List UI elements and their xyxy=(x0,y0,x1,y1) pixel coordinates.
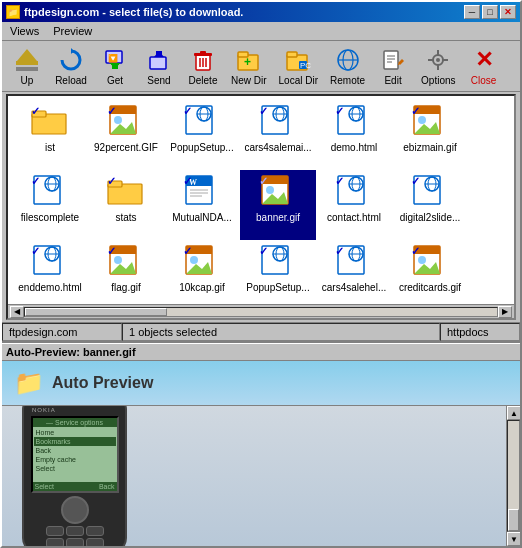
nokia-menu-back: Back xyxy=(34,446,116,455)
nokia-phone: NOKIA — Service options Home Bookmarks B… xyxy=(22,406,127,546)
scroll-thumb[interactable] xyxy=(25,308,167,316)
preview-title-bar: Auto-Preview: banner.gif xyxy=(2,343,520,361)
close-button[interactable]: ✕ xyxy=(500,5,516,19)
preview-folder-icon: 📁 xyxy=(14,369,44,397)
toolbar-localdir-label: Local Dir xyxy=(279,75,318,86)
nokia-key-1[interactable] xyxy=(46,526,64,536)
scroll-left-arrow[interactable]: ◀ xyxy=(10,306,24,318)
file-item[interactable]: ✓ cars4salemai... xyxy=(240,100,316,170)
file-name: flag.gif xyxy=(111,282,140,294)
file-item[interactable]: ✓ banner.gif xyxy=(240,170,316,240)
svg-marker-3 xyxy=(71,48,74,54)
file-icon-container: ✓ xyxy=(106,104,146,140)
file-item[interactable]: ✓ contact.html xyxy=(316,170,392,240)
delete-icon xyxy=(189,46,217,74)
nokia-nav-row xyxy=(31,496,119,524)
nokia-nav-key[interactable] xyxy=(61,496,89,524)
file-name: cars4salehel... xyxy=(322,282,386,294)
file-item[interactable]: ✓ stats xyxy=(88,170,164,240)
nokia-screen-footer: Select Back xyxy=(33,482,117,491)
toolbar-close-label: Close xyxy=(471,75,497,86)
toolbar-remote[interactable]: Remote xyxy=(325,43,370,89)
file-item[interactable]: ✓ 92percent.GIF xyxy=(88,100,164,170)
nokia-footer-left: Select xyxy=(35,483,54,490)
nokia-key-2[interactable] xyxy=(66,526,84,536)
file-name: stats xyxy=(115,212,136,224)
svg-text:+: + xyxy=(244,55,251,69)
vscroll-up-arrow[interactable]: ▲ xyxy=(507,406,520,420)
scroll-right-arrow[interactable]: ▶ xyxy=(498,306,512,318)
toolbar-edit[interactable]: Edit xyxy=(372,43,414,89)
preview-label: Auto Preview xyxy=(52,374,153,392)
svg-rect-28 xyxy=(384,51,398,69)
svg-point-125 xyxy=(418,256,426,264)
svg-text:✓: ✓ xyxy=(31,175,40,187)
status-site: ftpdesign.com xyxy=(2,323,122,341)
vscroll-track[interactable] xyxy=(507,420,520,532)
file-item[interactable]: ✓ cars4salehel... xyxy=(316,240,392,304)
file-item[interactable]: ✓ creditcards.gif xyxy=(392,240,468,304)
nokia-key-5[interactable] xyxy=(66,538,84,547)
svg-text:✓: ✓ xyxy=(335,105,344,117)
nokia-key-3[interactable] xyxy=(86,526,104,536)
file-name: cars4salemai... xyxy=(244,142,311,154)
file-item[interactable]: ✓ ist xyxy=(12,100,88,170)
title-bar: 📁 ftpdesign.com - select file(s) to down… xyxy=(2,2,520,22)
svg-rect-14 xyxy=(200,51,206,54)
svg-text:✓: ✓ xyxy=(183,105,192,117)
file-item[interactable]: ✓ PopupSetup... xyxy=(164,100,240,170)
file-item[interactable]: ✓ 10kcap.gif xyxy=(164,240,240,304)
nokia-key-4[interactable] xyxy=(46,538,64,547)
scroll-track[interactable] xyxy=(24,307,498,317)
maximize-button[interactable]: □ xyxy=(482,5,498,19)
nokia-footer-right: Back xyxy=(99,483,115,490)
file-item[interactable]: ✓ PopupSetup... xyxy=(240,240,316,304)
file-item[interactable]: ✓ ebizmain.gif xyxy=(392,100,468,170)
toolbar-delete[interactable]: Delete xyxy=(182,43,224,89)
file-name: digital2slide... xyxy=(400,212,461,224)
up-icon xyxy=(13,46,41,74)
svg-text:✓: ✓ xyxy=(183,175,192,187)
nokia-menu-empty-cache: Empty cache xyxy=(34,455,116,464)
file-item[interactable]: ✓ digital2slide... xyxy=(392,170,468,240)
nokia-menu-bookmarks: Bookmarks xyxy=(34,437,116,446)
toolbar-close[interactable]: ✕ Close xyxy=(463,43,505,89)
svg-rect-9 xyxy=(150,57,166,69)
file-item[interactable]: ✓ enddemo.html xyxy=(12,240,88,304)
svg-point-85 xyxy=(266,186,274,194)
toolbar-get[interactable]: 🔽 Get xyxy=(94,43,136,89)
toolbar-options[interactable]: Options xyxy=(416,43,460,89)
file-item[interactable]: ✓ flag.gif xyxy=(88,240,164,304)
menu-preview[interactable]: Preview xyxy=(47,23,98,39)
svg-text:✓: ✓ xyxy=(411,245,420,257)
menu-views[interactable]: Views xyxy=(4,23,45,39)
toolbar-send[interactable]: Send xyxy=(138,43,180,89)
minimize-button[interactable]: ─ xyxy=(464,5,480,19)
title-controls: ─ □ ✕ xyxy=(464,5,516,19)
toolbar-newdir-label: New Dir xyxy=(231,75,267,86)
file-item[interactable]: W ✓ MutualNDA... xyxy=(164,170,240,240)
file-item[interactable]: ✓ demo.html xyxy=(316,100,392,170)
toolbar-up[interactable]: Up xyxy=(6,43,48,89)
toolbar-localdir[interactable]: PC Local Dir xyxy=(274,43,323,89)
vscroll-down-arrow[interactable]: ▼ xyxy=(507,532,520,546)
close-icon: ✕ xyxy=(470,46,498,74)
nokia-key-6[interactable] xyxy=(86,538,104,547)
get-icon: 🔽 xyxy=(101,46,129,74)
file-icon-container: ✓ xyxy=(410,174,450,210)
svg-text:✓: ✓ xyxy=(411,105,420,117)
file-icon-container: ✓ xyxy=(182,244,222,280)
svg-text:✓: ✓ xyxy=(335,245,344,257)
svg-rect-0 xyxy=(16,61,38,65)
file-icon-container: ✓ xyxy=(30,174,70,210)
toolbar-reload-label: Reload xyxy=(55,75,87,86)
file-icon-container: ✓ xyxy=(106,174,146,210)
svg-rect-8 xyxy=(112,63,118,69)
vscroll-thumb[interactable] xyxy=(508,509,519,531)
file-item[interactable]: ✓ filescomplete xyxy=(12,170,88,240)
file-icon-container: ✓ xyxy=(106,244,146,280)
toolbar-newdir[interactable]: + New Dir xyxy=(226,43,272,89)
horizontal-scrollbar: ◀ ▶ xyxy=(8,304,514,318)
toolbar-reload[interactable]: Reload xyxy=(50,43,92,89)
preview-area: Auto-Preview: banner.gif 📁 Auto Preview … xyxy=(2,341,520,546)
